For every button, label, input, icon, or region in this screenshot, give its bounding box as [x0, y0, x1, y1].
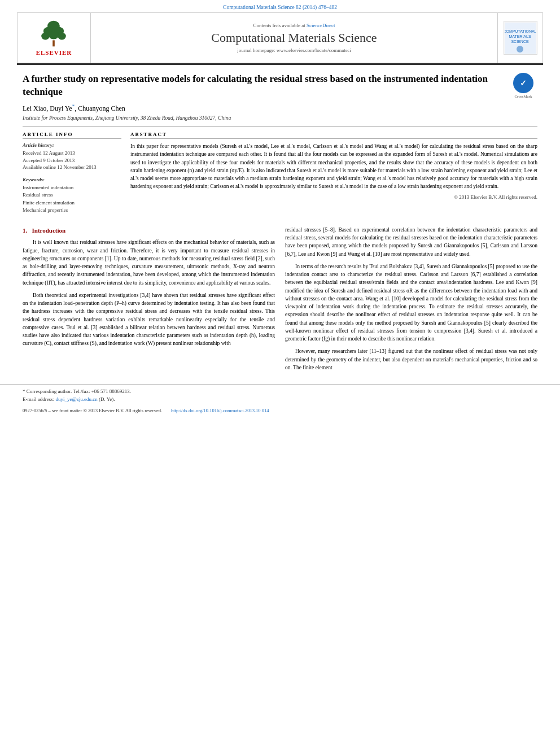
svg-point-4 — [49, 31, 59, 40]
journal-banner: ELSEVIER Contents lists available at Sci… — [17, 12, 543, 63]
journal-top-ref: Computational Materials Science 82 (2014… — [0, 0, 560, 12]
journal-citation: Computational Materials Science 82 (2014… — [223, 5, 337, 10]
svg-text:SCIENCE: SCIENCE — [511, 40, 528, 43]
para4-text: In terms of the research results by Tsui… — [285, 264, 537, 342]
para2-text: Both theoretical and experimental invest… — [23, 292, 275, 347]
keyword-4: Mechanical properties — [23, 207, 121, 215]
main-content: 1. Introduction It is well known that re… — [0, 220, 560, 382]
journal-logo-image: COMPUTATIONAL MATERIALS SCIENCE — [504, 21, 537, 55]
svg-point-3 — [42, 33, 50, 40]
corresponding-author: * Corresponding author. Tel./fax: +86 57… — [23, 388, 131, 394]
received-date: Received 12 August 2013 — [23, 150, 121, 157]
crossmark-label: CrossMark — [514, 94, 532, 99]
intro-para5: However, many researchers later [11–13] … — [285, 347, 537, 372]
para3-text: residual stresses [5–8]. Based on experi… — [285, 227, 537, 257]
email-link[interactable]: duyi_ye@zju.edu.cn — [55, 396, 97, 402]
section-title: Introduction — [32, 227, 66, 234]
footer-bar: 0927-0256/$ – see front matter © 2013 El… — [0, 405, 560, 416]
abstract-col: ABSTRACT In this paper four representati… — [130, 132, 537, 215]
journal-title-area: Contents lists available at ScienceDirec… — [91, 13, 497, 63]
footnote-email: E-mail address: duyi_ye@zju.edu.cn (D. Y… — [23, 396, 537, 404]
keyword-1: Instrumented indentation — [23, 184, 121, 192]
footer-issn: 0927-0256/$ – see front matter © 2013 El… — [23, 408, 162, 413]
svg-rect-6 — [53, 40, 55, 46]
affiliation-text: Institute for Process Equipments, Zhejia… — [23, 115, 537, 121]
keywords-section: Keywords: Instrumented indentation Resid… — [23, 177, 121, 215]
elsevier-tree-icon — [37, 20, 71, 48]
divider-1 — [23, 126, 537, 127]
history-label: Article history: — [23, 142, 121, 148]
accepted-date: Accepted 9 October 2013 — [23, 157, 121, 164]
article-info-heading: ARTICLE INFO — [23, 132, 121, 139]
journal-title: Computational Materials Science — [211, 30, 377, 45]
body-columns: 1. Introduction It is well known that re… — [23, 226, 537, 376]
section-number: 1. — [23, 227, 27, 234]
journal-homepage: journal homepage: www.elsevier.com/locat… — [237, 47, 351, 53]
title-section: A further study on representative models… — [23, 73, 537, 99]
footnote-section: * Corresponding author. Tel./fax: +86 57… — [0, 384, 560, 405]
available-date: Available online 12 November 2013 — [23, 164, 121, 171]
abstract-body: In this paper four representative models… — [130, 142, 537, 191]
article-title: A further study on representative models… — [23, 73, 504, 99]
svg-text:COMPUTATIONAL: COMPUTATIONAL — [505, 29, 536, 33]
intro-heading: 1. Introduction — [23, 226, 275, 235]
sciencedirect-link[interactable]: ScienceDirect — [307, 23, 335, 28]
crossmark-area: ✓ CrossMark — [509, 73, 537, 99]
contents-available: Contents lists available at ScienceDirec… — [253, 23, 335, 28]
email-label: E-mail address: — [23, 396, 54, 402]
para1-text: It is well known that residual stresses … — [23, 239, 275, 285]
abstract-heading: ABSTRACT — [130, 132, 537, 139]
para5-text: However, many researchers later [11–13] … — [285, 348, 537, 370]
article-info-col: ARTICLE INFO Article history: Received 1… — [23, 132, 121, 215]
info-abstract-section: ARTICLE INFO Article history: Received 1… — [23, 132, 537, 215]
keywords-label: Keywords: — [23, 177, 121, 182]
copyright-text: © 2013 Elsevier B.V. All rights reserved… — [130, 194, 537, 200]
keyword-2: Residual stress — [23, 191, 121, 199]
elsevier-text: ELSEVIER — [36, 49, 72, 56]
svg-text:MATERIALS: MATERIALS — [509, 34, 531, 38]
intro-para3: residual stresses [5–8]. Based on experi… — [285, 226, 537, 258]
crossmark-icon: ✓ — [513, 73, 533, 93]
article-header-section: A further study on representative models… — [0, 65, 560, 220]
elsevier-logo: ELSEVIER — [36, 20, 72, 56]
elsevier-logo-area: ELSEVIER — [18, 13, 91, 63]
intro-para1: It is well known that residual stresses … — [23, 238, 275, 287]
footer-doi[interactable]: http://dx.doi.org/10.1016/j.commatsci.20… — [171, 408, 269, 413]
journal-logo-area: COMPUTATIONAL MATERIALS SCIENCE — [497, 13, 542, 63]
intro-para2: Both theoretical and experimental invest… — [23, 291, 275, 348]
body-col-left: 1. Introduction It is well known that re… — [23, 226, 275, 376]
keyword-3: Finite element simulation — [23, 199, 121, 207]
body-col-right: residual stresses [5–8]. Based on experi… — [285, 226, 537, 376]
footnote-star: * Corresponding author. Tel./fax: +86 57… — [23, 388, 537, 396]
svg-point-11 — [517, 46, 523, 53]
email-suffix: (D. Ye). — [99, 396, 115, 402]
svg-point-5 — [58, 33, 67, 40]
intro-para4: In terms of the research results by Tsui… — [285, 263, 537, 343]
authors-line: Lei Xiao, Duyi Ye*, Chuanyong Chen — [23, 103, 537, 113]
